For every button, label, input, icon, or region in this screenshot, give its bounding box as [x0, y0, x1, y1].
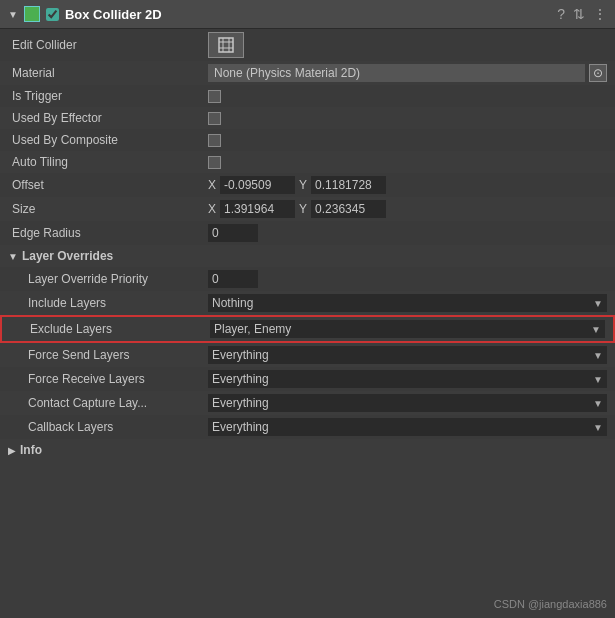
contact-capture-dropdown-arrow-icon: ▼	[593, 398, 603, 409]
size-y-axis-label: Y	[299, 202, 307, 216]
component-icon	[24, 6, 40, 22]
exclude-layers-dropdown-text: Player, Enemy	[214, 322, 291, 336]
info-title: Info	[20, 443, 42, 457]
force-receive-layers-dropdown-text: Everything	[212, 372, 269, 386]
edit-collider-icon	[217, 36, 235, 54]
offset-x-axis-label: X	[208, 178, 216, 192]
force-receive-layers-value: Everything ▼	[208, 370, 607, 388]
edit-collider-label: Edit Collider	[8, 38, 208, 52]
force-receive-layers-label: Force Receive Layers	[8, 372, 208, 386]
auto-tiling-value	[208, 156, 607, 169]
watermark-text: CSDN @jiangdaxia886	[494, 598, 607, 610]
header-actions: ? ⇅ ⋮	[557, 6, 607, 22]
size-label: Size	[8, 202, 208, 216]
exclude-layers-label: Exclude Layers	[10, 322, 210, 336]
force-send-layers-dropdown-text: Everything	[212, 348, 269, 362]
used-by-effector-value	[208, 112, 607, 125]
material-field[interactable]: None (Physics Material 2D)	[208, 64, 585, 82]
auto-tiling-checkbox[interactable]	[208, 156, 221, 169]
is-trigger-row: Is Trigger	[0, 85, 615, 107]
force-send-layers-value: Everything ▼	[208, 346, 607, 364]
exclude-layers-row: Exclude Layers Player, Enemy ▼	[0, 315, 615, 343]
info-header: ▶ Info	[0, 439, 615, 461]
material-row: Material None (Physics Material 2D) ⊙	[0, 61, 615, 85]
edge-radius-input[interactable]	[208, 224, 258, 242]
offset-y-input[interactable]	[311, 176, 386, 194]
layer-overrides-arrow-icon[interactable]: ▼	[8, 251, 18, 262]
layer-override-priority-label: Layer Override Priority	[8, 272, 208, 286]
material-value: None (Physics Material 2D) ⊙	[208, 64, 607, 82]
used-by-effector-row: Used By Effector	[0, 107, 615, 129]
more-icon[interactable]: ⋮	[593, 6, 607, 22]
layer-overrides-header: ▼ Layer Overrides	[0, 245, 615, 267]
include-layers-label: Include Layers	[8, 296, 208, 310]
component-title: Box Collider 2D	[65, 7, 551, 22]
callback-layers-label: Callback Layers	[8, 420, 208, 434]
used-by-composite-checkbox[interactable]	[208, 134, 221, 147]
size-row: Size X Y	[0, 197, 615, 221]
is-trigger-label: Is Trigger	[8, 89, 208, 103]
force-send-layers-dropdown[interactable]: Everything ▼	[208, 346, 607, 364]
edge-radius-row: Edge Radius	[0, 221, 615, 245]
force-receive-layers-row: Force Receive Layers Everything ▼	[0, 367, 615, 391]
material-label: Material	[8, 66, 208, 80]
edit-collider-row: Edit Collider	[0, 29, 615, 61]
used-by-composite-value	[208, 134, 607, 147]
component-enabled-checkbox[interactable]	[46, 8, 59, 21]
box-collider-2d-panel: ▼ Box Collider 2D ? ⇅ ⋮ Edit Collider	[0, 0, 615, 461]
edit-collider-value	[208, 32, 607, 58]
size-x-axis-label: X	[208, 202, 216, 216]
edge-radius-label: Edge Radius	[8, 226, 208, 240]
preset-icon[interactable]: ⇅	[573, 6, 585, 22]
offset-label: Offset	[8, 178, 208, 192]
contact-capture-row: Contact Capture Lay... Everything ▼	[0, 391, 615, 415]
used-by-effector-label: Used By Effector	[8, 111, 208, 125]
edit-collider-button[interactable]	[208, 32, 244, 58]
force-receive-layers-dropdown[interactable]: Everything ▼	[208, 370, 607, 388]
offset-y-axis-label: Y	[299, 178, 307, 192]
material-target-button[interactable]: ⊙	[589, 64, 607, 82]
contact-capture-dropdown[interactable]: Everything ▼	[208, 394, 607, 412]
edge-radius-value	[208, 224, 607, 242]
offset-row: Offset X Y	[0, 173, 615, 197]
contact-capture-label: Contact Capture Lay...	[8, 396, 208, 410]
callback-layers-dropdown-text: Everything	[212, 420, 269, 434]
is-trigger-checkbox[interactable]	[208, 90, 221, 103]
component-header: ▼ Box Collider 2D ? ⇅ ⋮	[0, 0, 615, 29]
size-y-input[interactable]	[311, 200, 386, 218]
exclude-layers-dropdown-arrow-icon: ▼	[591, 324, 601, 335]
contact-capture-value: Everything ▼	[208, 394, 607, 412]
exclude-layers-dropdown[interactable]: Player, Enemy ▼	[210, 320, 605, 338]
is-trigger-value	[208, 90, 607, 103]
collapse-arrow-icon[interactable]: ▼	[8, 9, 18, 20]
layer-overrides-title: Layer Overrides	[22, 249, 113, 263]
force-send-layers-row: Force Send Layers Everything ▼	[0, 343, 615, 367]
force-send-layers-dropdown-arrow-icon: ▼	[593, 350, 603, 361]
include-layers-dropdown[interactable]: Nothing ▼	[208, 294, 607, 312]
auto-tiling-label: Auto Tiling	[8, 155, 208, 169]
help-icon[interactable]: ?	[557, 6, 565, 22]
exclude-layers-value: Player, Enemy ▼	[210, 320, 605, 338]
used-by-effector-checkbox[interactable]	[208, 112, 221, 125]
include-layers-value: Nothing ▼	[208, 294, 607, 312]
callback-layers-dropdown[interactable]: Everything ▼	[208, 418, 607, 436]
auto-tiling-row: Auto Tiling	[0, 151, 615, 173]
offset-x-input[interactable]	[220, 176, 295, 194]
include-layers-row: Include Layers Nothing ▼	[0, 291, 615, 315]
size-value: X Y	[208, 200, 607, 218]
callback-layers-value: Everything ▼	[208, 418, 607, 436]
callback-layers-dropdown-arrow-icon: ▼	[593, 422, 603, 433]
info-arrow-icon[interactable]: ▶	[8, 445, 16, 456]
include-layers-dropdown-text: Nothing	[212, 296, 253, 310]
used-by-composite-label: Used By Composite	[8, 133, 208, 147]
layer-override-priority-input[interactable]	[208, 270, 258, 288]
callback-layers-row: Callback Layers Everything ▼	[0, 415, 615, 439]
offset-value: X Y	[208, 176, 607, 194]
force-send-layers-label: Force Send Layers	[8, 348, 208, 362]
used-by-composite-row: Used By Composite	[0, 129, 615, 151]
contact-capture-dropdown-text: Everything	[212, 396, 269, 410]
size-x-input[interactable]	[220, 200, 295, 218]
svg-rect-0	[219, 38, 233, 52]
include-layers-dropdown-arrow-icon: ▼	[593, 298, 603, 309]
layer-override-priority-row: Layer Override Priority	[0, 267, 615, 291]
